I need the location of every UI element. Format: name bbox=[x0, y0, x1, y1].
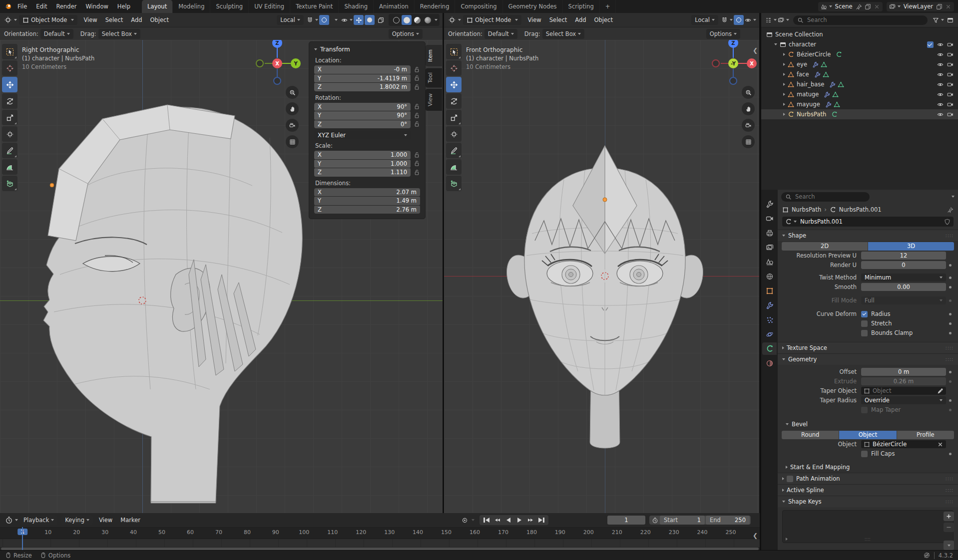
search-input[interactable] bbox=[806, 16, 924, 24]
move-tool[interactable] bbox=[446, 77, 462, 92]
expand-arrow-icon[interactable] bbox=[774, 43, 777, 45]
transform-tool[interactable] bbox=[2, 126, 17, 142]
rotation-mode-dropdown[interactable]: XYZ Euler bbox=[314, 131, 411, 139]
tab-object-data-icon[interactable] bbox=[762, 342, 777, 355]
panel-shape-header[interactable]: Shape:::: bbox=[778, 230, 958, 241]
menu-view[interactable]: View bbox=[523, 16, 545, 23]
expand-arrow-icon[interactable] bbox=[783, 63, 785, 66]
ruler-tick[interactable]: 190 bbox=[555, 529, 565, 536]
play-reverse-button[interactable] bbox=[503, 516, 514, 525]
taper-radius-dropdown[interactable]: Override bbox=[861, 396, 946, 404]
render-camera-icon[interactable] bbox=[945, 111, 955, 118]
expand-arrow-icon[interactable] bbox=[783, 103, 785, 106]
editor-type-icon[interactable] bbox=[4, 15, 17, 25]
gizmo-axis-minus-z[interactable] bbox=[729, 77, 737, 85]
viewport-canvas[interactable]: Front Orthographic (1) character | Nurbs… bbox=[444, 40, 759, 513]
tab-material-icon[interactable] bbox=[762, 357, 777, 369]
orientation-dropdown[interactable]: Default bbox=[484, 29, 517, 39]
camera-view-button[interactable] bbox=[286, 119, 299, 132]
render-camera-icon[interactable] bbox=[945, 51, 955, 58]
viewport-canvas[interactable]: Right Orthographic (1) character | Nurbs… bbox=[0, 40, 443, 513]
lock-icon[interactable] bbox=[413, 103, 420, 110]
sidebar-collapse-arrow[interactable]: ❮ bbox=[753, 47, 758, 54]
animate-dot[interactable] bbox=[949, 286, 952, 288]
ruler-tick[interactable]: 20 bbox=[73, 529, 80, 536]
show-overlays-cursor-icon[interactable] bbox=[745, 15, 756, 25]
workspace-tab-sculpting[interactable]: Sculpting bbox=[210, 0, 249, 13]
hide-eye-icon[interactable] bbox=[935, 111, 945, 118]
ruler-tick[interactable]: 110 bbox=[327, 529, 338, 536]
ruler-tick[interactable]: 170 bbox=[498, 529, 508, 536]
menu-edit[interactable]: Edit bbox=[31, 3, 51, 10]
render-camera-icon[interactable] bbox=[945, 91, 955, 98]
dimensions-x-field[interactable]: X2.07 m bbox=[314, 188, 420, 197]
add-cube-tool[interactable] bbox=[446, 176, 462, 191]
ruler-tick[interactable]: 240 bbox=[697, 529, 708, 536]
resolution-preview-field[interactable]: 12 bbox=[861, 252, 946, 260]
panel-active-spline-header[interactable]: Active Spline:::: bbox=[778, 485, 958, 496]
marker-menu[interactable]: Marker bbox=[116, 517, 144, 524]
transform-panel-header[interactable]: Transform bbox=[314, 46, 420, 53]
rotation-x-field[interactable]: X90° bbox=[314, 103, 411, 111]
new-collection-icon[interactable] bbox=[945, 15, 955, 25]
lock-icon[interactable] bbox=[413, 75, 420, 81]
radius-checkbox[interactable] bbox=[861, 311, 868, 317]
scale-z-field[interactable]: Z1.110 bbox=[314, 168, 411, 177]
lock-icon[interactable] bbox=[413, 66, 420, 73]
tab-particles-icon[interactable] bbox=[762, 313, 777, 326]
snap-icon[interactable] bbox=[721, 15, 733, 25]
menu-object[interactable]: Object bbox=[146, 16, 173, 23]
row-object-matuge[interactable]: matuge bbox=[761, 89, 958, 99]
expand-arrow-icon[interactable] bbox=[783, 73, 785, 76]
ruler-tick[interactable]: 130 bbox=[384, 529, 395, 536]
clear-x-icon[interactable] bbox=[937, 441, 944, 448]
falloff-icon[interactable] bbox=[330, 15, 340, 25]
tab-item[interactable]: Item bbox=[426, 45, 442, 66]
menu-select[interactable]: Select bbox=[101, 16, 127, 23]
bevel-object[interactable]: Object bbox=[839, 431, 897, 439]
workspace-tab-modeling[interactable]: Modeling bbox=[173, 0, 210, 13]
delete-viewlayer-icon[interactable] bbox=[945, 3, 952, 10]
toggle-3d[interactable]: 3D bbox=[868, 242, 954, 251]
ruler-tick[interactable]: 250 bbox=[726, 529, 736, 536]
gizmo-axis-minus-y[interactable]: -Y bbox=[728, 58, 738, 68]
zoom-button[interactable] bbox=[286, 86, 299, 99]
measure-tool[interactable] bbox=[2, 159, 17, 175]
scale-x-field[interactable]: X1.000 bbox=[314, 151, 411, 159]
workspace-tab-layout[interactable]: Layout bbox=[142, 0, 173, 13]
gizmo-axis-x[interactable]: X bbox=[272, 58, 282, 68]
ruler-tick[interactable]: 120 bbox=[356, 529, 366, 536]
next-keyframe-button[interactable] bbox=[525, 516, 536, 525]
hide-eye-icon[interactable] bbox=[935, 51, 945, 58]
menu-add[interactable]: Add bbox=[127, 16, 146, 23]
tab-modifiers-icon[interactable] bbox=[762, 299, 777, 311]
expand-arrow-icon[interactable] bbox=[783, 113, 785, 116]
ruler-tick[interactable]: 220 bbox=[640, 529, 651, 536]
shading-material-icon[interactable] bbox=[412, 15, 422, 25]
new-scene-icon[interactable] bbox=[865, 3, 871, 10]
pan-button[interactable] bbox=[286, 102, 299, 115]
filter-funnel-icon[interactable] bbox=[933, 15, 944, 25]
ruler-tick[interactable]: 210 bbox=[612, 529, 622, 536]
navigation-gizmo[interactable]: Z X Y bbox=[250, 40, 305, 91]
hide-eye-icon[interactable] bbox=[935, 41, 945, 48]
editor-type-icon[interactable] bbox=[448, 15, 461, 25]
tab-render-icon[interactable] bbox=[762, 212, 777, 225]
breadcrumb-data[interactable]: NurbsPath.001 bbox=[839, 206, 882, 213]
ortho-toggle-button[interactable] bbox=[742, 135, 755, 148]
ruler-tick[interactable]: 100 bbox=[299, 529, 309, 536]
jump-to-start-button[interactable] bbox=[481, 516, 492, 525]
animate-dot[interactable] bbox=[949, 399, 952, 402]
jump-to-end-button[interactable] bbox=[536, 516, 547, 525]
gizmo-axis-minus-x[interactable] bbox=[712, 59, 720, 67]
options-dropdown[interactable]: Options bbox=[389, 29, 423, 39]
playhead[interactable] bbox=[22, 527, 23, 550]
play-button[interactable] bbox=[514, 516, 525, 525]
mode-dropdown[interactable]: Object Mode bbox=[463, 15, 521, 25]
fill-caps-checkbox[interactable] bbox=[861, 451, 868, 457]
fake-user-shield-icon[interactable] bbox=[944, 219, 951, 225]
chevron-down-icon[interactable] bbox=[952, 196, 955, 198]
bevel-profile[interactable]: Profile bbox=[897, 431, 954, 439]
move-tool[interactable] bbox=[2, 77, 17, 92]
tab-world-icon[interactable] bbox=[762, 270, 777, 282]
